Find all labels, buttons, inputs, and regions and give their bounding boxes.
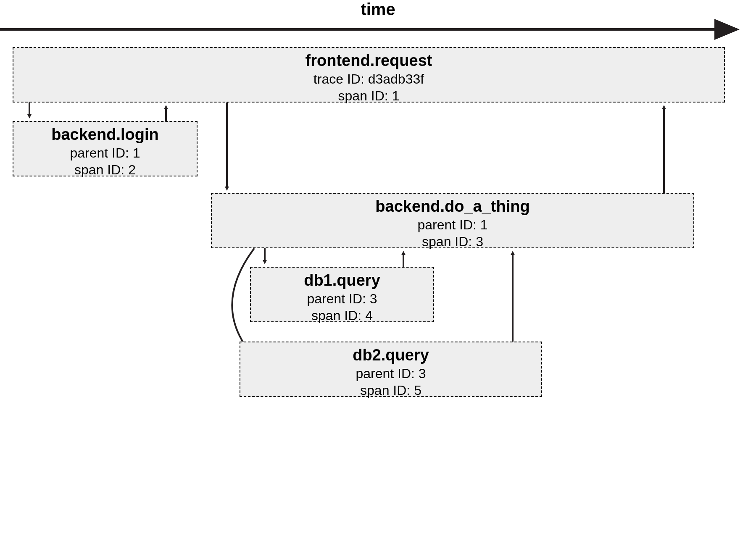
span-backend-login: backend.login parent ID: 1 span ID: 2 [13, 121, 198, 176]
span-parent-id: parent ID: 1 [18, 145, 192, 161]
span-parent-id: parent ID: 3 [255, 290, 429, 307]
span-title: db1.query [255, 271, 429, 290]
span-trace-id: trace ID: d3adb33f [18, 71, 720, 87]
span-title: db2.query [245, 346, 537, 365]
span-title: frontend.request [18, 51, 720, 71]
trace-diagram: time frontend.request trace ID: d3adb3 [0, 0, 756, 539]
span-frontend-request: frontend.request trace ID: d3adb33f span… [13, 47, 725, 103]
span-span-id: span ID: 5 [245, 382, 537, 399]
span-span-id: span ID: 3 [216, 233, 689, 250]
span-span-id: span ID: 1 [18, 87, 720, 104]
span-parent-id: parent ID: 1 [216, 216, 689, 233]
span-span-id: span ID: 2 [18, 161, 192, 178]
span-parent-id: parent ID: 3 [245, 365, 537, 382]
span-span-id: span ID: 4 [255, 307, 429, 324]
span-backend-do-a-thing: backend.do_a_thing parent ID: 1 span ID:… [211, 193, 694, 248]
span-db1-query: db1.query parent ID: 3 span ID: 4 [250, 267, 434, 322]
span-title: backend.login [18, 125, 192, 145]
span-db2-query: db2.query parent ID: 3 span ID: 5 [240, 342, 542, 397]
span-title: backend.do_a_thing [216, 197, 689, 216]
time-axis-label: time [0, 0, 756, 19]
